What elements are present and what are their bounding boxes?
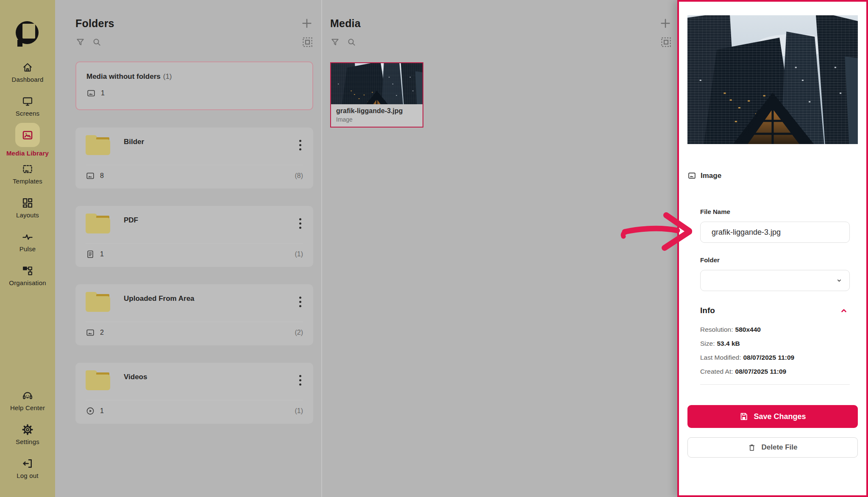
sidebar-item-templates[interactable]: Templates (0, 157, 55, 191)
sidebar-item-label: Help Center (10, 404, 45, 411)
app-logo (15, 18, 40, 48)
folder-card-bilder[interactable]: Bilder 8 (8) (75, 128, 313, 189)
image-count-icon (86, 171, 95, 180)
sidebar-item-dashboard[interactable]: Dashboard (0, 55, 55, 89)
layouts-icon (22, 197, 33, 209)
collapse-info-icon[interactable] (838, 305, 850, 317)
folder-icon (86, 214, 110, 233)
section-divider (700, 384, 850, 385)
image-count-icon (86, 328, 95, 337)
logout-icon (22, 458, 33, 469)
sidebar-item-settings[interactable]: Settings (0, 417, 55, 451)
media-count-paren: (2) (295, 329, 303, 336)
media-preview-image (687, 15, 858, 144)
media-count-paren: (1) (295, 407, 303, 415)
folder-label: Folder (700, 256, 850, 264)
filter-icon[interactable] (330, 37, 340, 47)
media-count: 2 (100, 329, 104, 336)
media-details-panel: Image File Name Folder Info Resolution:5… (677, 0, 868, 497)
image-count: 1 (101, 89, 105, 97)
multi-select-icon[interactable] (660, 36, 672, 48)
search-icon[interactable] (347, 37, 356, 47)
info-row-size: Size:53.4 kB (700, 336, 850, 350)
media-library-icon (15, 123, 40, 147)
sidebar-item-media-library[interactable]: Media Library (0, 123, 55, 157)
info-rows: Resolution:580x440 Size:53.4 kB Last Mod… (700, 322, 850, 378)
media-type-label: Image (701, 172, 721, 180)
folder-card-media-without-folders[interactable]: Media without folders(1) 1 (75, 61, 313, 110)
sidebar-item-logout[interactable]: Log out (0, 451, 55, 485)
media-title: Media (330, 17, 361, 30)
sidebar-nav: Dashboard Screens Medi (0, 55, 55, 292)
sidebar-item-help-center[interactable]: Help Center (0, 383, 55, 417)
sidebar-item-label: Layouts (16, 211, 39, 219)
folder-name: Videos (124, 373, 298, 381)
folder-name: Uploaded From Area (124, 294, 298, 303)
trash-icon (748, 443, 756, 452)
monitor-icon (22, 95, 33, 107)
sidebar-footer: Help Center Settings (0, 383, 55, 497)
play-count-icon (86, 406, 95, 416)
image-count-icon (86, 89, 96, 98)
info-row-created-at: Created At:08/07/2025 11:09 (700, 364, 850, 378)
folder-icon (86, 292, 110, 312)
media-count-paren: (8) (295, 172, 303, 180)
folders-panel: Folders Media without folders(1) (75, 17, 313, 424)
sidebar-item-label: Settings (16, 438, 39, 445)
column-divider (321, 0, 322, 497)
folder-card-pdf[interactable]: PDF 1 (1) (75, 206, 313, 267)
info-section-title: Info (700, 306, 715, 315)
delete-file-button[interactable]: Delete File (687, 437, 858, 458)
folder-menu-icon[interactable] (298, 294, 303, 310)
media-item-name: grafik-liggande-3.jpg (336, 107, 417, 115)
sidebar-item-label: Log out (17, 472, 38, 479)
file-name-input[interactable] (700, 222, 850, 243)
document-count-icon (86, 250, 95, 259)
sidebar: Dashboard Screens Medi (0, 0, 55, 497)
sidebar-item-label: Dashboard (11, 76, 43, 83)
folders-title: Folders (75, 17, 114, 30)
folder-card-title: Media without folders(1) (86, 72, 302, 81)
sidebar-item-pulse[interactable]: Pulse (0, 225, 55, 258)
info-row-last-modified: Last Modified:08/07/2025 11:09 (700, 350, 850, 364)
media-count: 1 (100, 407, 104, 415)
folder-name: Bilder (124, 138, 298, 146)
folder-menu-icon[interactable] (298, 372, 303, 388)
media-panel: Media grafik-liggande-3.jpg Image (330, 17, 672, 128)
media-item-type: Image (336, 116, 417, 123)
filter-icon[interactable] (75, 37, 85, 47)
sidebar-item-label: Pulse (19, 245, 36, 253)
sidebar-item-label: Media Library (6, 150, 49, 157)
sidebar-item-label: Organisation (9, 279, 46, 286)
file-name-label: File Name (700, 208, 850, 215)
media-thumbnail (331, 63, 423, 104)
sidebar-item-layouts[interactable]: Layouts (0, 191, 55, 225)
folder-card-videos[interactable]: Videos 1 (1) (75, 363, 313, 424)
add-media-button[interactable] (659, 17, 672, 30)
organisation-icon (22, 265, 33, 277)
sidebar-item-organisation[interactable]: Organisation (0, 258, 55, 292)
save-changes-button[interactable]: Save Changes (687, 405, 858, 428)
headset-icon (22, 390, 33, 402)
media-count: 8 (100, 172, 104, 180)
multi-select-icon[interactable] (302, 36, 313, 48)
folder-menu-icon[interactable] (298, 137, 303, 153)
folder-select[interactable] (700, 270, 850, 291)
sidebar-item-label: Screens (16, 110, 39, 117)
sidebar-item-screens[interactable]: Screens (0, 89, 55, 123)
media-count-paren: (1) (295, 250, 303, 258)
media-item-grafik-liggande-3[interactable]: grafik-liggande-3.jpg Image (330, 62, 423, 128)
folder-name: PDF (124, 216, 298, 225)
pulse-icon (22, 231, 33, 243)
home-icon (22, 61, 33, 73)
folder-menu-icon[interactable] (298, 215, 303, 231)
folder-icon (86, 370, 110, 390)
media-count: 1 (100, 250, 104, 258)
add-folder-button[interactable] (300, 17, 313, 30)
media-library-app: Dashboard Screens Medi (0, 0, 868, 497)
folder-card-uploaded-from-area[interactable]: Uploaded From Area 2 (2) (75, 284, 313, 345)
search-icon[interactable] (92, 37, 102, 47)
sidebar-item-label: Templates (13, 178, 42, 185)
gear-icon (22, 424, 33, 436)
folder-icon (86, 135, 110, 155)
